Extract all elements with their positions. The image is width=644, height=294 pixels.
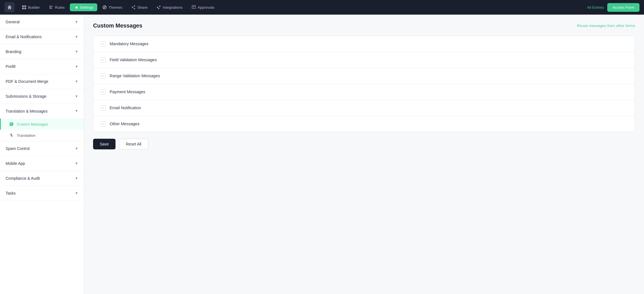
accordion-header-other[interactable]: › Other Messages xyxy=(93,116,635,132)
chevron-up-icon: ▲ xyxy=(75,109,78,113)
nav-item-share[interactable]: Share xyxy=(127,3,151,11)
sidebar-section-header-prefill[interactable]: Prefill ▼ xyxy=(0,59,84,74)
sidebar-section-translation: Translation & Messages ▲ Custom Messages… xyxy=(0,104,84,141)
main-header: Custom Messages Reuse messages from othe… xyxy=(93,22,635,29)
reset-button[interactable]: Reset All xyxy=(119,139,148,149)
sidebar-item-custom-messages[interactable]: Custom Messages xyxy=(0,118,84,130)
all-entries-link[interactable]: All Entries xyxy=(587,5,604,10)
reuse-messages-link[interactable]: Reuse messages from other forms xyxy=(577,24,635,28)
sidebar-section-header-submissions[interactable]: Submissions & Storage ▼ xyxy=(0,89,84,104)
chevron-icon: ▼ xyxy=(75,20,78,24)
chevron-icon: ▼ xyxy=(75,191,78,195)
nav-item-builder[interactable]: Builder xyxy=(18,3,44,11)
expand-icon: › xyxy=(100,121,106,127)
svg-rect-0 xyxy=(22,5,24,7)
accordion-header-field-validation[interactable]: › Field Validation Messages xyxy=(93,52,635,68)
sidebar-section-compliance: Compliance & Audit ▼ xyxy=(0,171,84,186)
accordion-item-mandatory: › Mandatory Messages xyxy=(93,36,635,52)
accordion-header-range-validation[interactable]: › Range Validation Messages xyxy=(93,68,635,84)
top-nav-right: All Entries Access Form xyxy=(587,3,640,12)
expand-icon: › xyxy=(100,89,106,95)
sidebar-section-submissions: Submissions & Storage ▼ xyxy=(0,89,84,104)
sidebar-section-header-email[interactable]: Email & Notifications ▼ xyxy=(0,29,84,44)
sidebar-section-header-compliance[interactable]: Compliance & Audit ▼ xyxy=(0,171,84,186)
accordion-item-field-validation: › Field Validation Messages xyxy=(93,52,635,68)
nav-item-settings[interactable]: Settings xyxy=(70,3,98,11)
chevron-icon: ▼ xyxy=(75,176,78,180)
main-layout: General ▼ Email & Notifications ▼ Brandi… xyxy=(0,15,644,294)
sidebar-section-header-general[interactable]: General ▼ xyxy=(0,15,84,29)
save-button[interactable]: Save xyxy=(93,139,116,149)
chevron-icon: ▼ xyxy=(75,94,78,98)
sidebar-section-general: General ▼ xyxy=(0,15,84,29)
accordion-item-range-validation: › Range Validation Messages xyxy=(93,68,635,84)
bottom-actions: Save Reset All xyxy=(93,139,635,149)
expand-icon: › xyxy=(100,73,106,79)
sidebar-section-tasks: Tasks ▼ xyxy=(0,186,84,201)
sidebar-section-pdf: PDF & Document Merge ▼ xyxy=(0,74,84,89)
sidebar-section-branding: Branding ▼ xyxy=(0,44,84,59)
expand-icon: › xyxy=(100,41,106,47)
accordion-header-mandatory[interactable]: › Mandatory Messages xyxy=(93,36,635,52)
sidebar-item-translation[interactable]: Translation xyxy=(0,130,84,141)
svg-rect-2 xyxy=(22,8,24,9)
accordion-list: › Mandatory Messages › Field Validation … xyxy=(93,36,635,132)
top-nav: Builder Rules Settings Themes Share Inte… xyxy=(0,0,644,15)
accordion-item-payment: › Payment Messages xyxy=(93,84,635,100)
sidebar-section-prefill: Prefill ▼ xyxy=(0,59,84,74)
sidebar-section-header-branding[interactable]: Branding ▼ xyxy=(0,44,84,59)
svg-point-6 xyxy=(132,7,133,8)
sidebar-section-header-spam[interactable]: Spam Control ▼ xyxy=(0,141,84,156)
sidebar-section-header-mobile[interactable]: Mobile App ▼ xyxy=(0,156,84,171)
expand-icon: › xyxy=(100,105,106,111)
svg-point-4 xyxy=(134,5,135,6)
accordion-item-email-notification: › Email Notification xyxy=(93,100,635,116)
svg-rect-1 xyxy=(24,5,26,7)
nav-item-approvals[interactable]: Approvals xyxy=(188,3,218,11)
svg-rect-3 xyxy=(24,8,26,9)
chevron-icon: ▼ xyxy=(75,161,78,165)
sidebar: General ▼ Email & Notifications ▼ Brandi… xyxy=(0,15,84,294)
sidebar-section-email: Email & Notifications ▼ xyxy=(0,29,84,44)
access-form-button[interactable]: Access Form xyxy=(607,3,640,12)
sidebar-section-header-tasks[interactable]: Tasks ▼ xyxy=(0,186,84,200)
chevron-icon: ▼ xyxy=(75,35,78,39)
accordion-header-payment[interactable]: › Payment Messages xyxy=(93,84,635,100)
nav-item-themes[interactable]: Themes xyxy=(98,3,126,11)
sidebar-subitems-translation: Custom Messages Translation xyxy=(0,118,84,141)
sidebar-section-mobile: Mobile App ▼ xyxy=(0,156,84,171)
accordion-header-email-notification[interactable]: › Email Notification xyxy=(93,100,635,116)
chevron-icon: ▼ xyxy=(75,147,78,151)
nav-item-rules[interactable]: Rules xyxy=(45,3,69,11)
chevron-icon: ▼ xyxy=(75,65,78,69)
page-title: Custom Messages xyxy=(93,22,142,29)
chevron-icon: ▼ xyxy=(75,79,78,83)
sidebar-section-header-pdf[interactable]: PDF & Document Merge ▼ xyxy=(0,74,84,89)
nav-item-integrations[interactable]: Integrations xyxy=(153,3,186,11)
sidebar-section-header-translation[interactable]: Translation & Messages ▲ xyxy=(0,104,84,118)
svg-point-5 xyxy=(134,8,135,9)
home-button[interactable] xyxy=(4,2,15,12)
accordion-item-other: › Other Messages xyxy=(93,116,635,132)
chevron-icon: ▼ xyxy=(75,50,78,54)
sidebar-section-spam: Spam Control ▼ xyxy=(0,141,84,156)
expand-icon: › xyxy=(100,57,106,63)
main-content: Custom Messages Reuse messages from othe… xyxy=(84,15,644,294)
